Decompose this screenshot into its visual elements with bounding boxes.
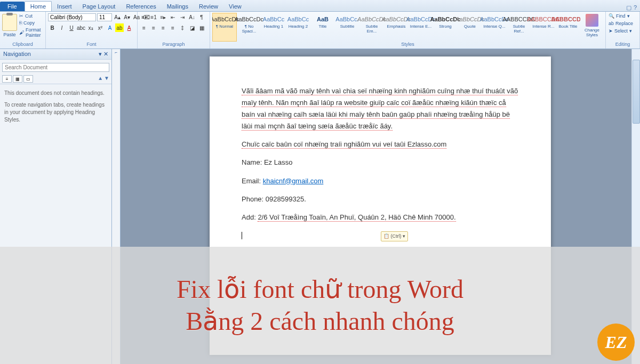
sort-button[interactable]: A↓: [188, 13, 196, 21]
line-spacing-button[interactable]: ‡: [178, 23, 187, 32]
cut-button[interactable]: ✂Cut: [18, 13, 43, 19]
copy-button[interactable]: ⎘Copy: [18, 20, 43, 26]
nav-pages-tab[interactable]: ▦: [13, 75, 22, 83]
doc-email-line: Email: khaicnf@gmail.com: [242, 175, 519, 187]
bold-button[interactable]: B: [48, 23, 57, 32]
minimize-ribbon-icon[interactable]: ▢: [626, 4, 631, 11]
tab-references[interactable]: References: [121, 2, 161, 11]
editing-group: 🔍Find ▾ abReplace ➤Select ▾ Editing: [606, 12, 640, 48]
font-name-select[interactable]: [48, 13, 96, 21]
nav-title: Navigation: [3, 51, 31, 58]
overlay-line1: Fix lỗi font chữ trong Word: [177, 273, 463, 305]
doc-paragraph-2: Chuïc caïc baûn coï nhæïng traíi nghiãûm…: [242, 139, 519, 150]
shrink-font-button[interactable]: A▾: [123, 13, 131, 21]
strike-button[interactable]: abc: [77, 23, 85, 32]
clipboard-label: Clipboard: [2, 42, 43, 47]
align-center-button[interactable]: ≡: [149, 23, 158, 32]
clipboard-group: Paste ✂Cut ⎘Copy 🖌Format Painter Clipboa…: [0, 12, 46, 48]
paste-button[interactable]: Paste: [2, 13, 17, 37]
style-intense-e-[interactable]: AaBbCcDcIntense E...: [409, 13, 433, 42]
styles-group: AaBbCcDc¶ NormalAaBbCcDc¶ No Spaci...AaB…: [210, 12, 606, 48]
select-button[interactable]: ➤Select ▾: [608, 28, 633, 34]
style-strong[interactable]: AaBbCcDcStrong: [433, 13, 458, 42]
brush-icon: 🖌: [19, 30, 24, 35]
text-cursor: [242, 232, 242, 239]
file-tab[interactable]: File: [0, 2, 25, 11]
style-heading-2[interactable]: AaBbCcHeading 2: [286, 13, 310, 42]
doc-paragraph-1: Vãîi ãâam mã vãõ maïy tênh vaì chia seï …: [242, 85, 519, 132]
tab-view[interactable]: View: [223, 2, 247, 11]
nav-results-tab[interactable]: ▭: [23, 75, 33, 83]
change-styles-button[interactable]: Change Styles: [581, 13, 603, 37]
highlight-button[interactable]: ab: [115, 23, 124, 32]
paragraph-label: Paragraph: [140, 42, 207, 47]
scrollbar-thumb[interactable]: [633, 60, 640, 124]
borders-button[interactable]: ▦: [197, 23, 206, 32]
nav-headings-tab[interactable]: ≡: [2, 75, 12, 83]
style-subtle-em-[interactable]: AaBbCcDcSubtle Em...: [359, 13, 384, 42]
grow-font-button[interactable]: A▴: [113, 13, 122, 21]
show-marks-button[interactable]: ¶: [197, 13, 206, 21]
tabs-bar: File Home Insert Page Layout References …: [0, 0, 640, 12]
tab-home[interactable]: Home: [25, 1, 52, 11]
font-group: A▴ A▾ Aa ⌫ B I U abc x₂ x² A ab A Font: [46, 12, 138, 48]
nav-dropdown-icon[interactable]: ▾: [99, 51, 102, 57]
tab-review[interactable]: Review: [194, 2, 223, 11]
nav-empty-msg1: This document does not contain headings.: [4, 90, 107, 97]
superscript-button[interactable]: x²: [96, 23, 105, 32]
scissors-icon: ✂: [19, 13, 23, 19]
nav-prev-icon[interactable]: ▲: [98, 75, 103, 83]
style--normal[interactable]: AaBbCcDc¶ Normal: [212, 13, 237, 42]
doc-name-line: Name: Ez Lasso: [242, 157, 519, 168]
format-painter-button[interactable]: 🖌Format Painter: [18, 27, 43, 38]
styles-gallery[interactable]: AaBbCcDc¶ NormalAaBbCcDc¶ No Spaci...AaB…: [212, 13, 580, 42]
nav-close-icon[interactable]: ✕: [103, 51, 108, 57]
decrease-indent-button[interactable]: ⇤: [169, 13, 177, 21]
nav-next-icon[interactable]: ▼: [104, 75, 109, 83]
change-styles-icon: [586, 14, 598, 27]
numbering-button[interactable]: ≡1: [149, 13, 158, 21]
multilevel-button[interactable]: ≡▸: [159, 13, 167, 21]
font-label: Font: [48, 42, 135, 47]
replace-button[interactable]: abReplace: [608, 20, 634, 27]
bullets-button[interactable]: ≡•: [140, 13, 148, 21]
find-button[interactable]: 🔍Find ▾: [608, 13, 630, 19]
tab-page-layout[interactable]: Page Layout: [77, 2, 121, 11]
select-icon: ➤: [609, 28, 613, 34]
font-color-button[interactable]: A: [125, 23, 133, 32]
underline-button[interactable]: U: [67, 23, 76, 32]
doc-address-line: Add: 2/6 Voî Træåìng Toaïn, An Phuï, Quá…: [242, 212, 519, 223]
text-effects-button[interactable]: A: [106, 23, 114, 32]
tab-mailings[interactable]: Mailings: [162, 2, 194, 11]
style-emphasis[interactable]: AaBbCcDcEmphasis: [384, 13, 409, 42]
align-left-button[interactable]: ≡: [140, 23, 148, 32]
overlay-banner: Fix lỗi font chữ trong Word Bằng 2 cách …: [0, 247, 640, 364]
help-icon[interactable]: ?: [634, 4, 637, 11]
overlay-line2: Bằng 2 cách nhanh chóng: [186, 305, 454, 337]
increase-indent-button[interactable]: ⇥: [178, 13, 187, 21]
style-subtitle[interactable]: AaBbCc.Subtitle: [335, 13, 359, 42]
align-right-button[interactable]: ≡: [159, 23, 167, 32]
style-heading-1[interactable]: AaBbCcHeading 1: [261, 13, 286, 42]
copy-icon: ⎘: [19, 20, 22, 26]
style-title[interactable]: AaBTitle: [310, 13, 335, 42]
paste-icon: [2, 14, 17, 31]
paste-options-button[interactable]: 📋 (Ctrl) ▾: [381, 231, 408, 241]
tab-insert[interactable]: Insert: [52, 2, 77, 11]
email-link[interactable]: khaicnf@gmail.com: [263, 177, 324, 185]
search-input[interactable]: [2, 63, 109, 72]
justify-button[interactable]: ≡: [169, 23, 177, 32]
shading-button[interactable]: ◪: [188, 23, 196, 32]
ez-badge: EZ: [597, 323, 635, 361]
replace-icon: ab: [609, 21, 614, 26]
style--no-spaci-[interactable]: AaBbCcDc¶ No Spaci...: [237, 13, 261, 42]
nav-empty-msg2: To create navigation tabs, create headin…: [4, 101, 107, 124]
subscript-button[interactable]: x₂: [86, 23, 95, 32]
font-size-select[interactable]: [97, 13, 112, 21]
find-icon: 🔍: [609, 13, 614, 19]
style-quote[interactable]: AaBbCcDcQuote: [458, 13, 482, 42]
style-book-title[interactable]: AABBCCDCBook Title: [556, 13, 580, 42]
italic-button[interactable]: I: [58, 23, 66, 32]
ribbon: Paste ✂Cut ⎘Copy 🖌Format Painter Clipboa…: [0, 12, 640, 49]
styles-label: Styles: [212, 42, 603, 47]
